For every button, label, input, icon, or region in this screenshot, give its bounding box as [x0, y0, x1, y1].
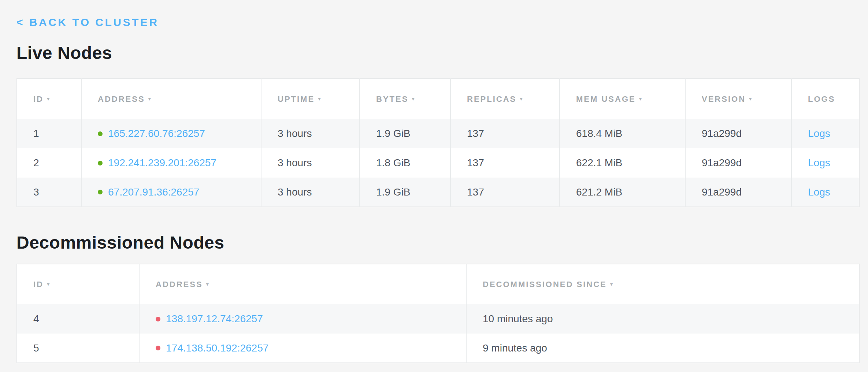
node-address-cell: 165.227.60.76:26257: [81, 119, 261, 148]
decommissioned-nodes-table: ID▾ ADDRESS▾ DECOMMISSIONED SINCE▾ 4 138…: [16, 264, 860, 363]
sort-desc-icon: ▾: [318, 96, 322, 102]
node-id-cell: 1: [17, 119, 81, 148]
sort-desc-icon: ▾: [148, 96, 152, 102]
decommissioned-since-cell: 10 minutes ago: [466, 304, 859, 334]
column-header-label: VERSION: [702, 94, 746, 104]
live-nodes-table: ID▾ ADDRESS▾ UPTIME▾ BYTES▾ REPLICAS▾ ME…: [16, 78, 860, 207]
node-bytes-cell: 1.9 GiB: [360, 178, 450, 207]
live-nodes-title: Live Nodes: [16, 43, 859, 63]
node-mem-usage-cell: 622.1 MiB: [560, 148, 685, 178]
sort-desc-icon: ▾: [749, 96, 753, 102]
node-address-cell: 67.207.91.36:26257: [81, 178, 261, 207]
table-row: 4 138.197.12.74:26257 10 minutes ago: [17, 304, 859, 334]
column-header-label: LOGS: [808, 94, 835, 104]
node-logs-link[interactable]: Logs: [808, 157, 830, 168]
node-address-link[interactable]: 165.227.60.76:26257: [108, 128, 205, 140]
column-header-label: ADDRESS: [98, 94, 145, 104]
node-logs-cell: Logs: [791, 178, 859, 207]
back-to-cluster-link[interactable]: < BACK TO CLUSTER: [16, 16, 159, 29]
node-address-link[interactable]: 138.197.12.74:26257: [166, 313, 263, 325]
column-header-label: ADDRESS: [156, 280, 203, 289]
node-replicas-cell: 137: [450, 148, 560, 178]
column-header-version[interactable]: VERSION▾: [685, 79, 791, 119]
column-header-id[interactable]: ID▾: [17, 79, 81, 119]
decommissioned-status-dot-icon: [156, 346, 160, 350]
column-header-label: DECOMMISSIONED SINCE: [483, 280, 607, 289]
sort-desc-icon: ▾: [520, 96, 524, 102]
node-mem-usage-cell: 618.4 MiB: [560, 119, 685, 148]
table-row: 3 67.207.91.36:26257 3 hours 1.9 GiB 137…: [17, 178, 859, 207]
node-replicas-cell: 137: [450, 119, 560, 148]
live-nodes-header-row: ID▾ ADDRESS▾ UPTIME▾ BYTES▾ REPLICAS▾ ME…: [17, 79, 859, 119]
node-address-cell: 174.138.50.192:26257: [139, 334, 466, 363]
node-address-cell: 192.241.239.201:26257: [81, 148, 261, 178]
column-header-id[interactable]: ID▾: [17, 264, 139, 304]
table-row: 5 174.138.50.192:26257 9 minutes ago: [17, 334, 859, 363]
node-logs-cell: Logs: [791, 119, 859, 148]
node-address-link[interactable]: 67.207.91.36:26257: [108, 186, 199, 198]
node-version-cell: 91a299d: [685, 178, 791, 207]
column-header-uptime[interactable]: UPTIME▾: [261, 79, 360, 119]
node-id-cell: 2: [17, 148, 81, 178]
column-header-label: UPTIME: [278, 94, 315, 104]
node-uptime-cell: 3 hours: [261, 119, 360, 148]
sort-desc-icon: ▾: [610, 281, 614, 287]
node-id-cell: 5: [17, 334, 139, 363]
column-header-label: ID: [33, 280, 44, 289]
column-header-mem-usage[interactable]: MEM USAGE▾: [560, 79, 685, 119]
table-row: 1 165.227.60.76:26257 3 hours 1.9 GiB 13…: [17, 119, 859, 148]
live-status-dot-icon: [98, 161, 103, 165]
node-uptime-cell: 3 hours: [261, 148, 360, 178]
decommissioned-status-dot-icon: [156, 317, 160, 321]
sort-desc-icon: ▾: [47, 281, 51, 287]
node-replicas-cell: 137: [450, 178, 560, 207]
live-status-dot-icon: [98, 190, 103, 194]
decommissioned-nodes-header-row: ID▾ ADDRESS▾ DECOMMISSIONED SINCE▾: [17, 264, 859, 304]
node-address-cell: 138.197.12.74:26257: [139, 304, 466, 334]
sort-desc-icon: ▾: [412, 96, 416, 102]
sort-desc-icon: ▾: [206, 281, 210, 287]
node-version-cell: 91a299d: [685, 119, 791, 148]
node-logs-link[interactable]: Logs: [808, 186, 830, 198]
node-logs-link[interactable]: Logs: [808, 128, 830, 139]
column-header-label: ID: [33, 94, 44, 104]
column-header-address[interactable]: ADDRESS▾: [139, 264, 466, 304]
node-bytes-cell: 1.8 GiB: [360, 148, 450, 178]
column-header-logs: LOGS: [791, 79, 859, 119]
node-mem-usage-cell: 621.2 MiB: [560, 178, 685, 207]
sort-desc-icon: ▾: [639, 96, 643, 102]
table-row: 2 192.241.239.201:26257 3 hours 1.8 GiB …: [17, 148, 859, 178]
decommissioned-nodes-title: Decommissioned Nodes: [16, 233, 859, 253]
node-id-cell: 3: [17, 178, 81, 207]
node-id-cell: 4: [17, 304, 139, 334]
column-header-label: BYTES: [376, 94, 408, 104]
node-version-cell: 91a299d: [685, 148, 791, 178]
column-header-label: MEM USAGE: [576, 94, 636, 104]
column-header-address[interactable]: ADDRESS▾: [81, 79, 261, 119]
column-header-bytes[interactable]: BYTES▾: [360, 79, 450, 119]
node-bytes-cell: 1.9 GiB: [360, 119, 450, 148]
sort-desc-icon: ▾: [47, 96, 51, 102]
column-header-label: REPLICAS: [467, 94, 516, 104]
node-address-link[interactable]: 174.138.50.192:26257: [166, 342, 268, 354]
column-header-replicas[interactable]: REPLICAS▾: [450, 79, 560, 119]
live-status-dot-icon: [98, 131, 103, 136]
decommissioned-since-cell: 9 minutes ago: [466, 334, 859, 363]
column-header-decommissioned-since[interactable]: DECOMMISSIONED SINCE▾: [466, 264, 859, 304]
node-uptime-cell: 3 hours: [261, 178, 360, 207]
node-address-link[interactable]: 192.241.239.201:26257: [108, 157, 216, 169]
node-logs-cell: Logs: [791, 148, 859, 178]
